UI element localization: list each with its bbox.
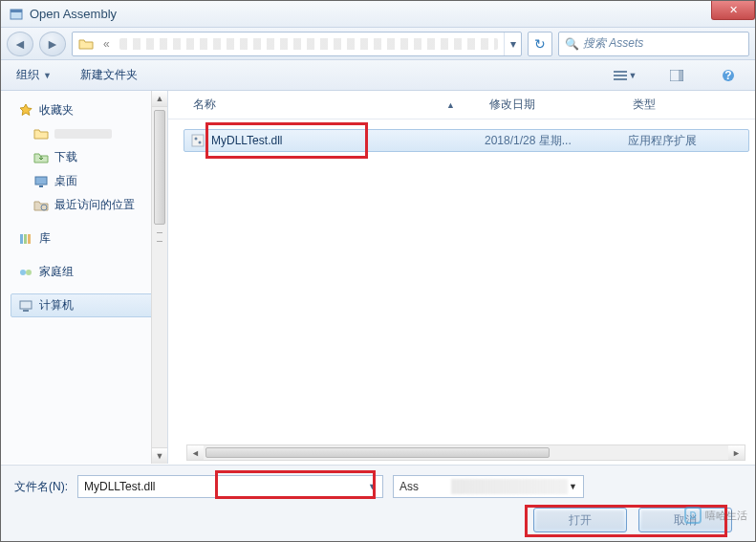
watermark-brand: 嘻哈生活 (705, 510, 747, 521)
filetype-filter[interactable]: Ass ▼ (393, 475, 584, 498)
refresh-button[interactable]: ↻ (528, 32, 552, 56)
open-button[interactable]: 打开 (533, 508, 627, 532)
sidebar-libraries-label: 库 (39, 230, 51, 247)
sidebar-downloads-label: 下载 (54, 149, 77, 165)
sidebar-homegroup[interactable]: 家庭组 (11, 260, 162, 284)
svg-point-20 (195, 138, 198, 141)
column-type[interactable]: 类型 (625, 97, 755, 113)
preview-pane-button[interactable] (659, 65, 694, 86)
view-options-button[interactable]: ▼ (608, 65, 642, 86)
svg-rect-18 (23, 310, 29, 312)
svg-point-21 (199, 141, 202, 144)
file-list: MyDLLTest.dll 2018/1/28 星期... 应用程序扩展 (168, 119, 755, 162)
nav-back-button[interactable]: ◄ (7, 32, 33, 56)
svg-rect-6 (679, 70, 683, 81)
body: 收藏夹 下载 桌面 最近访问的位置 库 (1, 91, 755, 464)
chevron-down-icon: ▼ (569, 482, 577, 491)
scroll-thumb[interactable] (154, 110, 165, 225)
path-separator-icon: « (99, 37, 114, 51)
svg-rect-17 (20, 301, 32, 309)
sidebar-favorites-label: 收藏夹 (39, 102, 74, 119)
file-date: 2018/1/28 星期... (485, 133, 628, 149)
organize-label: 组织 (16, 67, 39, 83)
view-list-icon (614, 70, 627, 81)
filename-label: 文件名(N): (14, 479, 68, 495)
preview-pane-icon (670, 70, 683, 81)
svg-rect-14 (28, 234, 31, 244)
blurred-label (54, 129, 112, 139)
open-label: 打开 (569, 512, 592, 529)
titlebar: Open Assembly (1, 1, 755, 28)
svg-text:?: ? (724, 69, 731, 82)
svg-rect-1 (11, 10, 22, 12)
svg-rect-13 (24, 234, 27, 244)
search-placeholder: 搜索 Assets (583, 35, 643, 52)
library-icon (18, 231, 33, 247)
new-folder-label: 新建文件夹 (80, 67, 138, 83)
svg-rect-3 (614, 75, 627, 76)
svg-point-16 (26, 270, 32, 275)
address-dropdown[interactable]: ▾ (504, 33, 521, 55)
navbar: ◄ ► « ▾ ↻ 🔍 搜索 Assets (1, 28, 755, 60)
scroll-track[interactable] (204, 445, 728, 460)
svg-rect-2 (614, 71, 627, 73)
nav-forward-button[interactable]: ► (39, 32, 66, 56)
svg-rect-12 (20, 234, 23, 244)
folder-icon (76, 34, 96, 54)
column-name[interactable]: 名称 ▲ (185, 97, 482, 113)
toolbar: 组织 ▼ 新建文件夹 ▼ ? (1, 60, 755, 91)
scroll-thumb[interactable] (205, 447, 550, 458)
computer-icon (18, 298, 33, 314)
help-icon: ? (722, 69, 735, 82)
svg-point-15 (20, 270, 26, 275)
horizontal-scrollbar[interactable]: ◄ ► (186, 444, 745, 461)
sidebar-computer-label: 计算机 (39, 297, 74, 314)
sidebar-item-blurred[interactable] (11, 122, 162, 145)
search-icon: 🔍 (565, 37, 579, 51)
new-folder-button[interactable]: 新建文件夹 (75, 63, 143, 87)
scroll-left-icon[interactable]: ◄ (187, 445, 204, 460)
scroll-down-icon[interactable]: ▼ (152, 447, 167, 464)
column-date[interactable]: 修改日期 (482, 97, 625, 113)
sidebar-computer[interactable]: 计算机 (11, 293, 162, 317)
svg-rect-4 (614, 78, 627, 80)
chevron-down-icon: ▼ (629, 71, 637, 80)
svg-rect-19 (192, 135, 204, 146)
chevron-down-icon[interactable]: ▼ (368, 482, 377, 491)
sidebar-libraries[interactable]: 库 (11, 227, 162, 250)
sidebar-item-desktop[interactable]: 桌面 (11, 169, 162, 193)
watermark-logo-icon: D (684, 507, 702, 524)
sidebar-item-recent[interactable]: 最近访问的位置 (11, 193, 162, 217)
address-path-blurred (119, 38, 498, 50)
dll-icon (190, 133, 205, 148)
organize-button[interactable]: 组织 ▼ (11, 63, 57, 87)
homegroup-icon (18, 265, 33, 280)
sidebar: 收藏夹 下载 桌面 最近访问的位置 库 (1, 91, 168, 464)
svg-rect-10 (39, 185, 43, 187)
app-icon (9, 7, 24, 22)
window-title: Open Assembly (30, 7, 117, 21)
help-button[interactable]: ? (711, 65, 745, 86)
desktop-icon (33, 174, 49, 189)
filter-text: Ass (400, 480, 419, 493)
column-headers: 名称 ▲ 修改日期 类型 (168, 91, 755, 119)
scroll-grip-icon (157, 232, 162, 242)
download-icon (33, 150, 49, 165)
file-item[interactable]: MyDLLTest.dll 2018/1/28 星期... 应用程序扩展 (184, 129, 749, 152)
sidebar-item-downloads[interactable]: 下载 (11, 145, 162, 169)
filename-input[interactable]: MyDLLTest.dll ▼ (77, 475, 383, 498)
sidebar-scrollbar[interactable]: ▲ ▼ (151, 91, 167, 464)
folder-icon (33, 126, 49, 141)
search-input[interactable]: 🔍 搜索 Assets (558, 32, 749, 56)
recent-icon (33, 198, 49, 213)
sidebar-favorites[interactable]: 收藏夹 (11, 98, 162, 122)
filename-value: MyDLLTest.dll (84, 480, 155, 493)
watermark: D 嘻哈生活 (684, 507, 747, 524)
file-name: MyDLLTest.dll (211, 134, 485, 147)
address-bar[interactable]: « ▾ (72, 32, 522, 56)
footer: 文件名(N): MyDLLTest.dll ▼ Ass ▼ 打开 取消 (1, 465, 755, 541)
scroll-up-icon[interactable]: ▲ (152, 91, 167, 107)
close-button[interactable]: ✕ (711, 1, 755, 20)
chevron-down-icon: ▼ (43, 71, 52, 80)
scroll-right-icon[interactable]: ► (728, 445, 745, 460)
